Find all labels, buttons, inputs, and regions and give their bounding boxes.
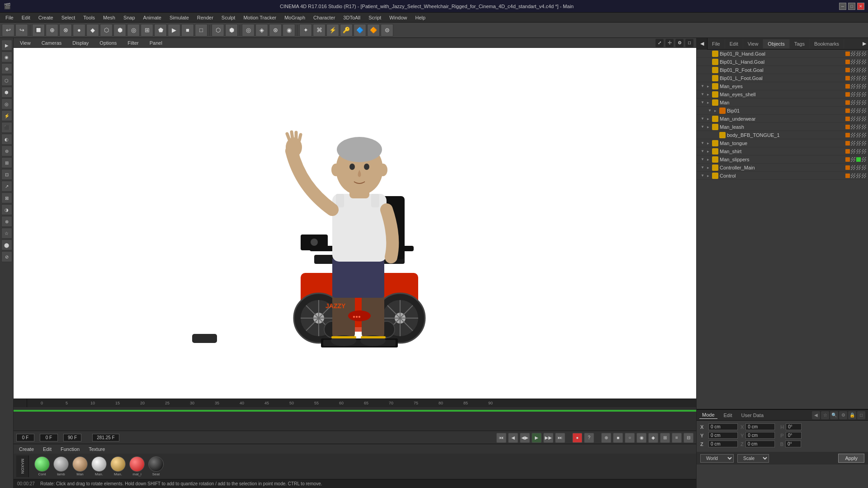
obj-dot-7-2[interactable] [862, 108, 866, 113]
obj-visibility-dot-0[interactable] [845, 52, 850, 56]
left-tool-11[interactable]: ⊡ [1, 169, 12, 180]
viewport-settings-icon[interactable]: ⚙ [675, 39, 684, 47]
obj-visibility-dot-15[interactable] [845, 174, 850, 178]
obj-dot-4-0[interactable] [851, 84, 855, 89]
obj-dot-6-0[interactable] [851, 100, 855, 105]
left-tool-13[interactable]: ⊠ [1, 192, 12, 203]
material-swatch-4[interactable]: Man. [110, 456, 126, 476]
obj-dot-2-1[interactable] [856, 68, 861, 72]
play-forward-button[interactable]: ▶ [532, 433, 542, 443]
obj-dot-15-0[interactable] [851, 174, 855, 178]
obj-dot-13-0[interactable] [851, 157, 855, 162]
left-tool-3[interactable]: ⬡ [1, 75, 12, 86]
left-tool-17[interactable]: ⬤ [1, 239, 12, 250]
obj-dot-10-1[interactable] [856, 133, 861, 137]
obj-dot-5-0[interactable] [851, 92, 855, 97]
obj-expand-9[interactable]: ▼ [700, 125, 705, 129]
hierarchy-item-15[interactable]: ▼▸Control [697, 172, 868, 180]
right-tab-objects[interactable]: Objects [763, 39, 789, 48]
menu-item-mesh[interactable]: Mesh [99, 14, 119, 21]
hierarchy-item-14[interactable]: ▼▸Controller_Main [697, 164, 868, 172]
hierarchy-item-13[interactable]: ▼▸Man_slippers [697, 155, 868, 164]
hierarchy-item-2[interactable]: Bip01_R_Foot.Goal [697, 66, 868, 74]
obj-dot-11-0[interactable] [851, 141, 855, 145]
obj-dot-12-1[interactable] [856, 149, 861, 154]
obj-dot-14-2[interactable] [862, 165, 866, 170]
obj-visibility-dot-1[interactable] [845, 60, 850, 64]
menu-item-edit[interactable]: Edit [18, 14, 34, 21]
obj-dot-10-0[interactable] [851, 133, 855, 137]
left-tool-2[interactable]: ⊕ [1, 63, 12, 74]
toolbar-btn-21[interactable]: ◈ [255, 24, 268, 37]
obj-expand-12[interactable]: ▼ [700, 149, 705, 154]
obj-dot-7-0[interactable] [851, 108, 855, 113]
toolbar-btn-8[interactable]: ⬡ [100, 24, 113, 37]
playback-extra6[interactable]: ⊞ [660, 433, 670, 443]
left-tool-9[interactable]: ⊜ [1, 145, 12, 156]
current-frame-input2[interactable]: 0 F [40, 434, 58, 441]
menu-item-motion-tracker[interactable]: Motion Tracker [240, 14, 280, 21]
obj-dot-13-1[interactable] [856, 157, 861, 162]
material-swatch-1[interactable]: lamb [53, 456, 69, 476]
obj-dot-13-2[interactable] [862, 157, 866, 162]
menu-item-simulate[interactable]: Simulate [166, 14, 193, 21]
right-panel-scroll-right[interactable]: ▶ [861, 41, 868, 47]
obj-dot-6-1[interactable] [856, 100, 861, 105]
prop-tab-userdata[interactable]: User Data [739, 412, 767, 419]
obj-dot-1-1[interactable] [856, 60, 861, 64]
view-tab-options[interactable]: Options [96, 39, 120, 47]
menu-item-3dtoall[interactable]: 3DToAll [340, 14, 364, 21]
toolbar-btn-17[interactable]: ⬡ [212, 24, 224, 37]
obj-dot-1-0[interactable] [851, 60, 855, 64]
toolbar-btn-30[interactable]: 🔶 [367, 24, 380, 37]
prop-nav-search[interactable]: 🔍 [830, 411, 838, 419]
hierarchy-item-8[interactable]: ▼▸Man_underwear [697, 115, 868, 123]
play-back-button[interactable]: ◀▶ [520, 433, 530, 443]
playback-extra8[interactable]: ⊟ [684, 433, 693, 443]
obj-dot-2-2[interactable] [862, 68, 866, 72]
step-back-button[interactable]: ◀ [508, 433, 518, 443]
toolbar-btn-26[interactable]: ⌘ [313, 24, 326, 37]
hierarchy-item-3[interactable]: Bip01_L_Foot.Goal [697, 74, 868, 82]
obj-expand-15[interactable]: ▼ [700, 174, 705, 178]
menu-item-render[interactable]: Render [193, 14, 217, 21]
obj-visibility-dot-4[interactable] [845, 84, 850, 89]
toolbar-btn-14[interactable]: ■ [181, 24, 194, 37]
obj-dot-9-0[interactable] [851, 125, 855, 129]
obj-expand-11[interactable]: ▼ [700, 141, 705, 145]
obj-expand-13[interactable]: ▼ [700, 157, 705, 162]
material-swatch-6[interactable]: Seat [148, 456, 164, 476]
close-button[interactable]: ✕ [857, 3, 864, 10]
menu-item-select[interactable]: Select [58, 14, 79, 21]
end-frame-input[interactable]: 90 F [63, 434, 81, 441]
toolbar-btn-15[interactable]: □ [195, 24, 208, 37]
hierarchy-item-6[interactable]: ▼▸Man [697, 99, 868, 107]
obj-visibility-dot-2[interactable] [845, 68, 850, 72]
view-tab-panel[interactable]: Panel [146, 39, 166, 47]
obj-dot-10-2[interactable] [862, 133, 866, 137]
material-swatch-0[interactable]: Cont [34, 456, 50, 476]
z-size-input[interactable] [745, 441, 775, 447]
menu-item-file[interactable]: File [2, 14, 17, 21]
obj-visibility-dot-6[interactable] [845, 100, 850, 105]
viewport-camera-icon[interactable]: ☩ [665, 39, 674, 47]
toolbar-btn-28[interactable]: 🔑 [340, 24, 353, 37]
apply-button[interactable]: Apply [838, 454, 864, 463]
hierarchy-scroll[interactable]: Bip01_R_Hand.GoalBip01_L_Hand.GoalBip01_… [697, 50, 868, 180]
left-tool-10[interactable]: ⊞ [1, 157, 12, 168]
obj-dot-1-2[interactable] [862, 60, 866, 64]
hierarchy-item-1[interactable]: Bip01_L_Hand.Goal [697, 58, 868, 66]
toolbar-btn-23[interactable]: ◉ [283, 24, 295, 37]
toolbar-btn-7[interactable]: ◆ [86, 24, 99, 37]
toolbar-btn-25[interactable]: ✦ [299, 24, 312, 37]
obj-dot-9-2[interactable] [862, 125, 866, 129]
record-help-button[interactable]: ? [584, 433, 594, 443]
obj-dot-5-2[interactable] [862, 92, 866, 97]
material-swatch-5[interactable]: mat_i [129, 456, 145, 476]
toolbar-btn-20[interactable]: ◎ [242, 24, 255, 37]
timeline-keys[interactable] [14, 407, 696, 431]
step-forward-button[interactable]: ▶▶ [543, 433, 553, 443]
obj-visibility-dot-12[interactable] [845, 149, 850, 154]
obj-dot-7-1[interactable] [856, 108, 861, 113]
toolbar-btn-12[interactable]: ⬟ [154, 24, 167, 37]
